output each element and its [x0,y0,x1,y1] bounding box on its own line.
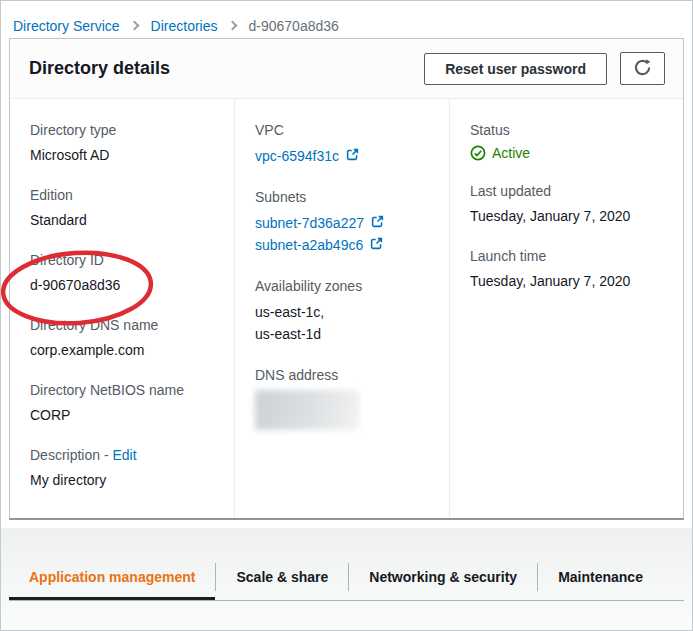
field-directory-id: Directory ID d-90670a8d36 [30,250,216,295]
breadcrumb-directory-service-link[interactable]: Directory Service [13,18,120,34]
field-dns-address: DNS address [255,365,431,430]
field-value: us-east-1c, [255,301,431,323]
refresh-icon [633,58,652,80]
directory-details-card: Directory details Reset user password Di… [9,38,684,520]
bottom-section: Application management Scale & share Net… [1,528,692,630]
tab-bar: Application management Scale & share Net… [9,556,684,601]
subnet-link[interactable]: subnet-a2ab49c6 [255,234,363,256]
field-label: Launch time [470,246,665,266]
field-label: Availability zones [255,276,431,296]
breadcrumb-current-directory-id: d-90670a8d36 [249,18,339,34]
field-value: Microsoft AD [30,145,216,165]
tab-networking-and-security[interactable]: Networking & security [349,556,537,600]
description-separator: - [104,447,109,463]
subnet-link[interactable]: subnet-7d36a227 [255,212,364,234]
field-value: Tuesday, January 7, 2020 [470,206,665,226]
tab-maintenance[interactable]: Maintenance [538,556,663,600]
external-link-icon [370,234,383,256]
details-column-1: Directory type Microsoft AD Edition Stan… [10,99,235,518]
field-value: Standard [30,210,216,230]
chevron-right-icon [129,21,139,31]
breadcrumb-directories-link[interactable]: Directories [151,18,218,34]
field-label: Directory DNS name [30,315,216,335]
card-body: Directory type Microsoft AD Edition Stan… [10,99,683,518]
field-directory-netbios-name: Directory NetBIOS name CORP [30,380,216,425]
field-status: Status Active [470,120,665,161]
tab-application-management[interactable]: Application management [9,556,215,600]
page-title: Directory details [29,58,170,79]
external-link-icon [371,212,384,234]
field-label: Subnets [255,187,431,207]
field-label: Directory ID [30,250,216,270]
external-link-icon [346,145,359,167]
field-last-updated: Last updated Tuesday, January 7, 2020 [470,181,665,226]
card-header: Directory details Reset user password [10,39,683,99]
redacted-dns-address-value [255,390,359,430]
field-description: Description - Edit My directory [30,445,216,490]
header-actions: Reset user password [424,52,665,85]
vpc-link[interactable]: vpc-6594f31c [255,145,339,167]
tab-scale-and-share[interactable]: Scale & share [216,556,348,600]
refresh-button[interactable] [620,52,665,85]
field-label: Last updated [470,181,665,201]
field-value: d-90670a8d36 [30,275,216,295]
field-label: Directory type [30,120,216,140]
field-availability-zones: Availability zones us-east-1c, us-east-1… [255,276,431,345]
field-edition: Edition Standard [30,185,216,230]
field-value: My directory [30,470,216,490]
edit-description-link[interactable]: Edit [112,447,136,463]
chevron-right-icon [227,21,237,31]
status-active-check-icon [470,145,486,161]
field-label: Directory NetBIOS name [30,380,216,400]
field-vpc: VPC vpc-6594f31c [255,120,431,167]
field-label: Description - Edit [30,445,216,465]
reset-user-password-button[interactable]: Reset user password [424,53,607,85]
status-badge: Active [492,145,530,161]
breadcrumb: Directory Service Directories d-90670a8d… [1,1,692,38]
description-label: Description [30,447,100,463]
field-value: Tuesday, January 7, 2020 [470,271,665,291]
field-value: us-east-1d [255,323,431,345]
field-label: DNS address [255,365,431,385]
field-label: VPC [255,120,431,140]
field-value: CORP [30,405,216,425]
details-column-3: Status Active Last updated Tuesday, Janu… [450,99,683,518]
field-label: Edition [30,185,216,205]
field-directory-dns-name: Directory DNS name corp.example.com [30,315,216,360]
field-value: corp.example.com [30,340,216,360]
field-label: Status [470,120,665,140]
field-launch-time: Launch time Tuesday, January 7, 2020 [470,246,665,291]
field-subnets: Subnets subnet-7d36a227 subnet-a2ab49c6 [255,187,431,256]
field-directory-type: Directory type Microsoft AD [30,120,216,165]
details-column-2: VPC vpc-6594f31c Subnets subnet-7d36a227 [235,99,450,518]
